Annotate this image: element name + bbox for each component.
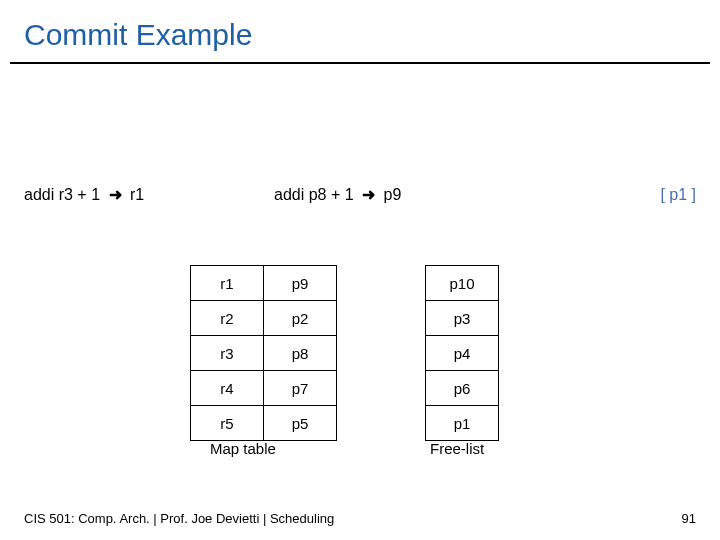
map-table: r1 p9 r2 p2 r3 p8 r4 p7 r5 p5 (190, 265, 337, 441)
table-row: p4 (426, 336, 499, 371)
free-list-label: Free-list (430, 440, 484, 457)
map-reg-cell: r1 (191, 266, 264, 301)
map-reg-cell: r5 (191, 406, 264, 441)
table-row: p6 (426, 371, 499, 406)
footer-left: CIS 501: Comp. Arch. | Prof. Joe Deviett… (24, 511, 334, 526)
slide-title: Commit Example (24, 18, 252, 52)
instruction-row: addi r3 + 1 ➜ r1 addi p8 + 1 ➜ p9 [ p1 ] (24, 185, 696, 204)
free-list-cell: p3 (426, 301, 499, 336)
slide: Commit Example addi r3 + 1 ➜ r1 addi p8 … (0, 0, 720, 540)
arrow-icon: ➜ (109, 185, 122, 204)
map-reg-cell: r4 (191, 371, 264, 406)
table-row: p3 (426, 301, 499, 336)
table-row: p1 (426, 406, 499, 441)
free-list-cell: p4 (426, 336, 499, 371)
free-list-cell: p6 (426, 371, 499, 406)
table-row: r1 p9 (191, 266, 337, 301)
instr-after-op: addi p8 + 1 (274, 186, 354, 203)
map-phys-cell: p5 (264, 406, 337, 441)
table-row: r4 p7 (191, 371, 337, 406)
free-list-table: p10 p3 p4 p6 p1 (425, 265, 499, 441)
map-table-label: Map table (210, 440, 276, 457)
map-reg-cell: r3 (191, 336, 264, 371)
instruction-before: addi r3 + 1 ➜ r1 (24, 185, 274, 204)
instr-before-op: addi r3 + 1 (24, 186, 100, 203)
title-underline (10, 62, 710, 64)
map-phys-cell: p2 (264, 301, 337, 336)
free-list-cell: p1 (426, 406, 499, 441)
instr-after-dest: p9 (384, 186, 402, 203)
instruction-after: addi p8 + 1 ➜ p9 (274, 185, 524, 204)
table-row: p10 (426, 266, 499, 301)
map-reg-cell: r2 (191, 301, 264, 336)
map-phys-cell: p9 (264, 266, 337, 301)
table-row: r3 p8 (191, 336, 337, 371)
free-list-cell: p10 (426, 266, 499, 301)
table-row: r5 p5 (191, 406, 337, 441)
map-phys-cell: p8 (264, 336, 337, 371)
instr-before-dest: r1 (130, 186, 144, 203)
arrow-icon: ➜ (362, 185, 375, 204)
instruction-bracket: [ p1 ] (616, 186, 696, 204)
table-row: r2 p2 (191, 301, 337, 336)
map-phys-cell: p7 (264, 371, 337, 406)
slide-number: 91 (682, 511, 696, 526)
